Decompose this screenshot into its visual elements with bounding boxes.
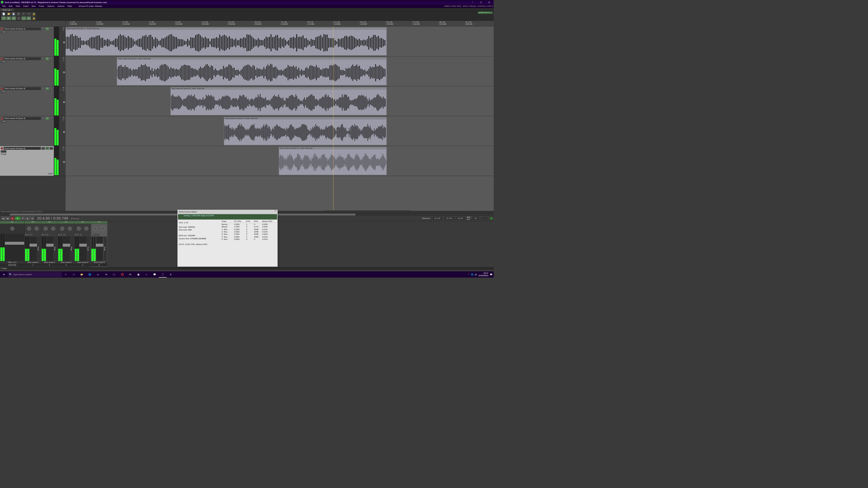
time-display[interactable]: 20.4.50 / 0:39.749 [37, 216, 68, 221]
menu-view[interactable]: View [14, 5, 22, 8]
perf-table-row[interactable]: Monito...0.35%100.00% [221, 223, 277, 226]
fader-cap[interactable] [30, 244, 37, 247]
channel-fx-button[interactable]: FX [58, 221, 74, 224]
track-solo-button[interactable]: S [63, 149, 65, 151]
channel-pan-knob[interactable] [77, 227, 81, 230]
channel-solo-button[interactable]: S [94, 234, 97, 236]
channel-mute-button[interactable]: M [75, 234, 77, 236]
track-mute-button[interactable]: M [63, 146, 65, 148]
track-lane[interactable]: Test1 render #1 [track 4] - Audio Track.… [65, 116, 494, 146]
track-header[interactable]: Test1 render #1 [track 3] ⊙ FX ☐ ↗ trim [0, 86, 54, 116]
taskbar-search[interactable]: 🔍 Type here to search [8, 272, 62, 277]
channel-fader[interactable] [30, 237, 37, 261]
channel-name[interactable]: Test1 render # [75, 261, 91, 264]
track-pan-knob[interactable] [63, 101, 65, 103]
track-solo-button[interactable]: S [63, 59, 65, 61]
media-item[interactable]: Test1 render #1 [track 1] - Audio Track.… [65, 27, 387, 56]
opera-icon[interactable]: ⭕ [118, 271, 126, 278]
track-io-button[interactable]: ⊙ [41, 87, 45, 90]
channel-fx-button[interactable]: FX [41, 221, 58, 224]
timeline-ruler[interactable]: 1.1.00 0:00.0003.1.00 0:08.0005.1.00 0:1… [0, 21, 494, 26]
channel-width-knob[interactable] [51, 227, 55, 230]
media-item[interactable]: Test1 render #1 [track 4] - Audio Track.… [224, 117, 387, 145]
channel-width-knob[interactable] [35, 227, 38, 230]
record-arm-button[interactable] [1, 87, 3, 90]
menu-close-fx[interactable]: [Close FX chain: Master] [77, 5, 104, 8]
track-solo-button[interactable]: S [63, 29, 65, 31]
channel-solo-button[interactable]: S [44, 234, 47, 236]
perf-table-row[interactable]: 1: Test...0.26%320480.01% [221, 228, 277, 230]
channel-fx-button[interactable]: FX [75, 221, 91, 224]
master-fader[interactable] [5, 234, 24, 261]
project-tab[interactable]: *test1.rpp × [0, 8, 14, 11]
pause-button[interactable]: ⏸ [30, 216, 35, 220]
channel-solo-button[interactable]: S [28, 234, 30, 236]
menu-item[interactable]: Item [30, 5, 37, 8]
save-project-icon[interactable]: 💾 [12, 12, 16, 16]
channel-route-button[interactable]: Route [87, 237, 91, 261]
track-trim-button[interactable]: ↗ trim [1, 150, 6, 153]
flower-icon[interactable]: ✿ [167, 271, 175, 278]
fader-cap[interactable] [79, 244, 86, 247]
track-pan-knob[interactable] [63, 71, 65, 73]
open-project-icon[interactable]: 📁 [6, 12, 11, 16]
edge-icon[interactable]: 🌐 [86, 271, 94, 278]
channel-mute-button[interactable]: M [58, 234, 61, 236]
track-header[interactable]: Test1 render #1 [track 2] ⊙ FX ☐ ↗ trim [0, 57, 54, 86]
tab-close-icon[interactable]: × [11, 9, 12, 11]
channel-fader[interactable] [46, 237, 54, 261]
track-fx-button[interactable]: FX [45, 117, 49, 120]
stop-button[interactable]: ■ [25, 216, 30, 220]
channel-mute-button[interactable]: M [25, 234, 27, 236]
channel-route-button[interactable]: Route [103, 237, 107, 261]
envelope-icon[interactable]: 〰 [2, 17, 6, 20]
channel-mute-button[interactable]: M [42, 234, 44, 236]
track-io-button[interactable]: ⊙ [41, 147, 45, 150]
go-end-button[interactable]: ⏭ [6, 216, 10, 220]
track-name-field[interactable]: Test1 render #1 [track 1] [4, 27, 41, 30]
track-pan-knob[interactable] [63, 41, 65, 43]
lock-icon[interactable]: 🔒 [32, 12, 36, 16]
channel-io-button[interactable]: ⊙ [64, 234, 66, 236]
bpm-value[interactable]: 120 [467, 218, 471, 220]
master-fx-button[interactable]: FX [0, 221, 24, 224]
channel-pan-knob[interactable] [44, 227, 47, 230]
menu-edit[interactable]: Edit [7, 5, 14, 8]
track-lane[interactable]: Test1 render #1 [track 5] - Audio Track.… [65, 146, 494, 176]
track-name-field[interactable]: Test1 render #1 [track 2] [4, 57, 41, 60]
perf-table-row[interactable]: 2: Test...0.26%320480.01% [221, 230, 277, 233]
play-button[interactable]: ▶ [15, 216, 20, 220]
fader-cap[interactable] [63, 244, 70, 247]
track-io-button[interactable]: ⊙ [41, 57, 45, 60]
folder-icon[interactable]: 🗂 [94, 271, 102, 278]
mixer-channel-strip[interactable]: FX M S ⊙ Route Test1 render # 1 [25, 221, 41, 267]
item-grouping-icon[interactable]: ⇉ [26, 17, 31, 20]
track-fx-button[interactable]: FX [45, 87, 49, 90]
mixer-tab[interactable]: ☐ Mixer [1, 267, 7, 269]
menu-options[interactable]: Options [45, 5, 56, 8]
channel-width-knob[interactable] [68, 227, 72, 230]
track-solo-button[interactable]: S [63, 119, 65, 121]
monitor-fx-indicator[interactable]: MONITOR FX ☐ [478, 12, 493, 14]
perf-column-header[interactable]: # FX [245, 220, 253, 223]
time-signature[interactable]: 4/4 [472, 217, 478, 220]
grid-lines-icon[interactable]: ⋮⋮ [22, 17, 26, 20]
perf-column-header[interactable]: PDC [253, 220, 261, 223]
perf-column-header[interactable]: Media CPU [261, 220, 277, 223]
track-lane[interactable]: Test1 render #1 [track 2] - Audio Track.… [65, 57, 494, 86]
minimize-button[interactable]: − [469, 0, 477, 4]
tray-volume-icon[interactable]: 🔊 [475, 273, 477, 276]
ripple-icon[interactable]: ⇄ [6, 17, 11, 20]
track-io-button[interactable]: ⊙ [41, 117, 45, 120]
track-trim-button[interactable]: ↗ trim [1, 90, 6, 93]
track-fx-button[interactable]: FX [45, 57, 49, 60]
perf-track-table[interactable]: TrackFX CPU# FXPDCMedia CPU Monito...0.3… [221, 220, 277, 247]
channel-width-knob[interactable] [84, 227, 88, 230]
gamepad-icon[interactable]: 🎮 [126, 271, 134, 278]
perf-table-row[interactable]: 4: Test...0.69%420480.01% [221, 236, 277, 238]
track-header[interactable]: Test1 render #1 [track 1] ⊙ FX ☐ ↗ trim [0, 26, 54, 56]
reaper-taskbar-icon[interactable]: 🎵 [159, 271, 167, 278]
track-solo-button[interactable]: S [63, 89, 65, 91]
perf-table-row[interactable]: Master1.04%327720.00% [221, 225, 277, 228]
rate-slider[interactable] [480, 217, 488, 220]
